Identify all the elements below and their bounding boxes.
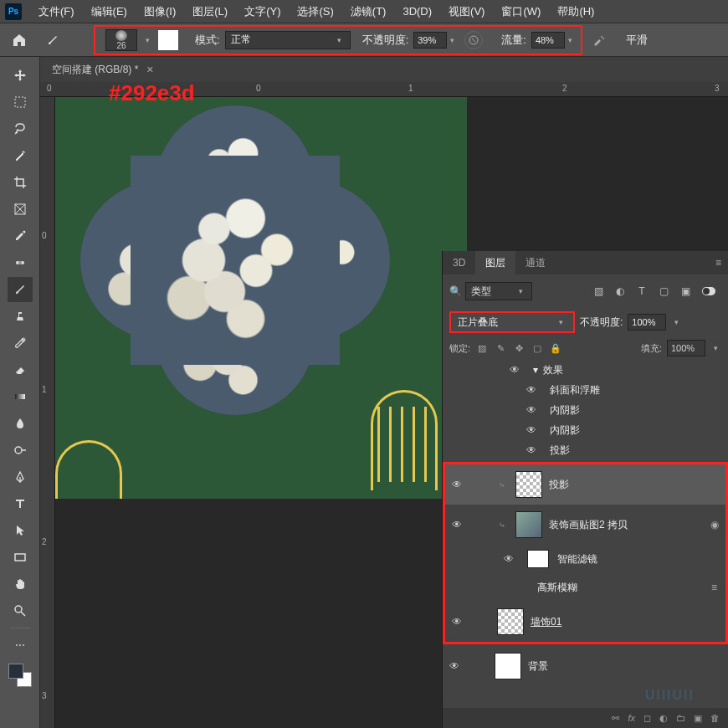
brush-preset-picker[interactable]: 26	[105, 29, 137, 51]
healing-brush-tool[interactable]	[8, 250, 33, 275]
filter-options-icon[interactable]: ≡	[711, 582, 717, 593]
lock-transparency-icon[interactable]: ▨	[475, 341, 489, 355]
menu-layer[interactable]: 图层(L)	[184, 4, 236, 19]
visibility-icon[interactable]: 👁	[526, 424, 538, 436]
layer-row[interactable]: 👁 墙饰01	[445, 602, 725, 642]
brush-panel-toggle-icon[interactable]	[158, 30, 178, 50]
fx-item-label[interactable]: 斜面和浮雕	[550, 383, 600, 397]
dodge-tool[interactable]	[8, 438, 33, 463]
lock-image-icon[interactable]: ✎	[494, 341, 507, 355]
new-layer-icon[interactable]: ▣	[694, 713, 702, 724]
menu-image[interactable]: 图像(I)	[136, 4, 184, 19]
path-selection-tool[interactable]	[8, 518, 33, 543]
zoom-tool[interactable]	[8, 598, 33, 623]
visibility-icon[interactable]: 👁	[452, 616, 464, 628]
document-tab[interactable]: 空间搭建 (RGB/8) * ×	[40, 57, 728, 82]
chevron-down-icon[interactable]: ▾	[142, 36, 153, 44]
visibility-icon[interactable]: 👁	[504, 553, 515, 565]
blur-tool[interactable]	[8, 411, 33, 436]
layer-row[interactable]: 👁 背景	[443, 646, 728, 686]
gradient-tool[interactable]	[8, 384, 33, 409]
eraser-tool[interactable]	[8, 357, 33, 382]
edit-toolbar-icon[interactable]: ⋯	[8, 633, 33, 658]
lasso-tool[interactable]	[8, 116, 33, 141]
visibility-icon[interactable]: 👁	[452, 479, 464, 490]
layer-row[interactable]: 👁 ⤷ 装饰画贴图2 拷贝 ◉	[445, 505, 725, 545]
foreground-color[interactable]	[8, 664, 23, 679]
lock-position-icon[interactable]: ✥	[512, 341, 525, 355]
fx-item-label[interactable]: 投影	[550, 443, 570, 458]
tab-channels[interactable]: 通道	[515, 251, 556, 274]
filter-shape-icon[interactable]: ▢	[656, 285, 671, 298]
filter-smart-icon[interactable]: ▣	[678, 285, 693, 298]
menu-filter[interactable]: 滤镜(T)	[342, 4, 395, 19]
panel-menu-icon[interactable]: ≡	[709, 257, 728, 269]
frame-tool[interactable]	[8, 197, 33, 222]
layer-filter-select[interactable]: 类型▾	[465, 282, 532, 300]
menu-view[interactable]: 视图(V)	[440, 4, 493, 19]
layer-blend-mode-select[interactable]: 正片叠底▾	[449, 311, 575, 333]
visibility-icon[interactable]: 👁	[449, 660, 461, 672]
filter-pixel-icon[interactable]: ▧	[591, 285, 606, 298]
layer-thumbnail[interactable]	[515, 471, 542, 498]
menu-file[interactable]: 文件(F)	[30, 4, 83, 19]
visibility-icon[interactable]: 👁	[526, 404, 538, 416]
close-icon[interactable]: ×	[146, 63, 153, 76]
airbrush-icon[interactable]	[589, 31, 608, 49]
menu-select[interactable]: 选择(S)	[289, 4, 341, 19]
filter-name[interactable]: 高斯模糊	[537, 581, 577, 595]
layer-name[interactable]: 墙饰01	[531, 615, 561, 629]
layer-style-icon[interactable]: fx	[628, 713, 635, 723]
filter-toggle[interactable]	[700, 285, 718, 298]
canvas[interactable]	[55, 97, 467, 499]
filter-type-icon[interactable]: T	[634, 285, 649, 298]
tab-layers[interactable]: 图层	[475, 251, 515, 274]
menu-type[interactable]: 文字(Y)	[236, 4, 289, 19]
blend-mode-select[interactable]: 正常 ▾	[225, 31, 351, 49]
crop-tool[interactable]	[8, 170, 33, 195]
home-icon[interactable]	[7, 28, 32, 52]
chevron-down-icon[interactable]: ▾	[565, 36, 576, 44]
delete-layer-icon[interactable]: 🗑	[710, 713, 720, 723]
marquee-tool[interactable]	[8, 90, 33, 115]
chevron-down-icon[interactable]: ▾	[671, 318, 682, 326]
flow-input[interactable]: 48%	[531, 32, 565, 49]
pressure-opacity-icon[interactable]	[464, 31, 483, 49]
layer-thumbnail[interactable]	[497, 608, 524, 635]
link-layers-icon[interactable]: ⚯	[612, 713, 619, 724]
layer-thumbnail[interactable]	[515, 511, 542, 538]
chevron-down-icon[interactable]: ▾	[447, 36, 458, 44]
layer-name[interactable]: 投影	[549, 478, 569, 492]
rectangle-tool[interactable]	[8, 545, 33, 570]
layer-mask-icon[interactable]: ◻	[643, 713, 651, 724]
layer-thumbnail[interactable]	[495, 653, 521, 679]
visibility-icon[interactable]: 👁	[452, 519, 464, 531]
group-icon[interactable]: 🗀	[676, 713, 685, 723]
hand-tool[interactable]	[8, 572, 33, 597]
opacity-input[interactable]: 39%	[413, 32, 447, 49]
fx-item-label[interactable]: 内阴影	[550, 423, 580, 438]
brush-tool-icon[interactable]	[40, 28, 65, 53]
visibility-icon[interactable]: 👁	[526, 384, 538, 396]
layer-name[interactable]: 装饰画贴图2 拷贝	[549, 518, 628, 532]
magic-wand-tool[interactable]	[8, 143, 33, 168]
color-swatches[interactable]	[8, 664, 32, 687]
smart-filter-row[interactable]: 👁 智能滤镜	[445, 545, 725, 573]
brush-tool[interactable]	[8, 277, 33, 302]
lock-all-icon[interactable]: 🔒	[549, 341, 562, 355]
menu-3d[interactable]: 3D(D)	[394, 5, 440, 18]
clone-stamp-tool[interactable]	[8, 304, 33, 329]
filter-adjust-icon[interactable]: ◐	[613, 285, 628, 298]
lock-artboard-icon[interactable]: ▢	[531, 341, 544, 355]
filter-item[interactable]: 高斯模糊 ≡	[445, 573, 725, 602]
menu-window[interactable]: 窗口(W)	[493, 4, 549, 19]
fx-item-label[interactable]: 内阴影	[550, 403, 580, 418]
layer-row[interactable]: 👁 ⤷ 投影	[445, 464, 725, 505]
menu-edit[interactable]: 编辑(E)	[83, 4, 136, 19]
visibility-icon[interactable]: 👁	[510, 364, 521, 376]
tab-3d[interactable]: 3D	[443, 251, 475, 274]
move-tool[interactable]	[8, 63, 33, 88]
pen-tool[interactable]	[8, 464, 33, 490]
visibility-icon[interactable]: 👁	[526, 444, 538, 456]
layer-opacity-input[interactable]: 100%	[628, 314, 666, 331]
